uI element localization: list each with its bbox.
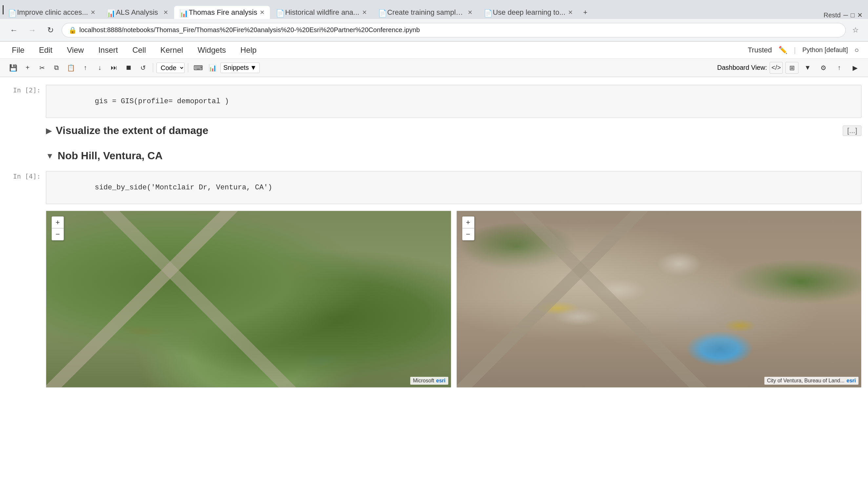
- tab-close-5[interactable]: ✕: [468, 9, 472, 16]
- menu-view[interactable]: View: [64, 44, 87, 56]
- trusted-area: Trusted ✏️ | Python [default] ○: [748, 46, 859, 54]
- menu-help[interactable]: Help: [238, 44, 259, 56]
- move-up-button[interactable]: ↑: [79, 62, 92, 74]
- map-imagery-left: [46, 211, 451, 387]
- forward-button[interactable]: →: [25, 23, 40, 37]
- map-output-prompt: [7, 208, 46, 212]
- section-nob-hill-header[interactable]: ▼ Nob Hill, Ventura, CA: [46, 150, 861, 162]
- toolbar-sep-1: [153, 63, 153, 72]
- section-1-arrow[interactable]: ▶: [46, 126, 52, 135]
- media-btn[interactable]: ▶: [848, 62, 861, 74]
- map-output-body: + − Microsoft esri + − City of Ventura, …: [46, 208, 861, 388]
- maximize-icon[interactable]: □: [850, 11, 855, 19]
- tab-deep-learning[interactable]: 📄 Use deep learning to... ✕: [478, 6, 578, 19]
- toolbar-sep-2: [188, 63, 188, 72]
- menu-kernel[interactable]: Kernel: [158, 44, 186, 56]
- notebook-content: In [2]: gis = GIS(profile= demoportal ) …: [0, 77, 868, 500]
- map-imagery-right: [457, 211, 861, 387]
- step-forward-button[interactable]: ⏭: [108, 62, 121, 74]
- tab-als-analysis[interactable]: 📊 ALS Analysis ✕: [101, 6, 174, 19]
- tab-thomas-fire[interactable]: 📊 Thomas Fire analysis ✕: [174, 6, 270, 19]
- map-widget-right[interactable]: + − City of Ventura, Bureau of Land... e…: [456, 211, 862, 388]
- tab-favicon-6: 📄: [484, 9, 490, 16]
- cell-4-prompt: In [4]:: [7, 171, 46, 182]
- save-button[interactable]: 💾: [7, 62, 20, 74]
- upload-btn[interactable]: ↑: [833, 62, 846, 74]
- tab-close-6[interactable]: ✕: [568, 9, 573, 16]
- snippets-label: Snippets: [223, 64, 249, 71]
- bookmark-star-icon[interactable]: ☆: [850, 24, 861, 36]
- section-1-toggle[interactable]: [...]: [843, 125, 861, 136]
- reload-button[interactable]: ↻: [43, 23, 58, 37]
- map-attribution-text-left: Microsoft: [413, 378, 434, 384]
- code-cell-2-content[interactable]: gis = GIS(profile= demoportal ): [46, 85, 861, 118]
- url-text: localhost:8888/notebooks/Thomas_Fire/Tho…: [79, 26, 420, 34]
- tab-close-3[interactable]: ✕: [260, 9, 265, 16]
- zoom-out-left[interactable]: −: [52, 228, 64, 240]
- section-1-title: Visualize the extent of damage: [56, 125, 208, 137]
- map-zoom-right: + −: [462, 216, 475, 240]
- code-cell-2-body[interactable]: gis = GIS(profile= demoportal ): [46, 85, 861, 118]
- code-cell-4: In [4]: side_by_side('Montclair Dr, Vent…: [0, 170, 868, 205]
- new-tab-button[interactable]: +: [579, 6, 592, 19]
- zoom-in-left[interactable]: +: [52, 217, 64, 228]
- map-output-row: + − Microsoft esri + − City of Ventura, …: [0, 208, 868, 388]
- paste-cell-button[interactable]: 📋: [64, 62, 77, 74]
- zoom-out-right[interactable]: −: [463, 228, 474, 240]
- address-bar-row: ← → ↻ 🔒 localhost:8888/notebooks/Thomas_…: [0, 19, 868, 41]
- code-view-btn[interactable]: </>: [770, 62, 783, 74]
- browser-chrome: 📄 Improve clinic acces... ✕ 📊 ALS Analys…: [0, 0, 868, 42]
- esri-logo-right: esri: [847, 378, 856, 384]
- map-attribution-right: City of Ventura, Bureau of Land... esri: [764, 377, 858, 385]
- minimize-icon[interactable]: ─: [843, 11, 848, 19]
- code-cell-4-content[interactable]: side_by_side('Montclair Dr, Ventura, CA'…: [46, 171, 861, 204]
- section-2-arrow[interactable]: ▼: [46, 151, 54, 161]
- restart-button[interactable]: ↺: [136, 62, 149, 74]
- restore-button[interactable]: Restd: [823, 11, 841, 19]
- menu-insert[interactable]: Insert: [96, 44, 121, 56]
- map-widget-left[interactable]: + − Microsoft esri: [46, 211, 451, 388]
- edit-icon[interactable]: ✏️: [778, 46, 787, 54]
- tab-close-4[interactable]: ✕: [362, 9, 367, 16]
- menu-file[interactable]: File: [9, 44, 27, 56]
- cut-cell-button[interactable]: ✂: [35, 62, 48, 74]
- back-button[interactable]: ←: [7, 23, 21, 37]
- lock-icon: 🔒: [68, 26, 77, 34]
- cell-type-select[interactable]: Code: [156, 62, 185, 73]
- zoom-in-right[interactable]: +: [463, 217, 474, 228]
- copy-cell-button[interactable]: ⧉: [50, 62, 63, 74]
- tab-favicon-4: 📄: [276, 9, 282, 16]
- code-cell-4-body[interactable]: side_by_side('Montclair Dr, Ventura, CA'…: [46, 171, 861, 204]
- settings-btn[interactable]: ⚙: [817, 62, 830, 74]
- tab-close-1[interactable]: ✕: [90, 9, 96, 16]
- code-cell-4-row: In [4]: side_by_side('Montclair Dr, Vent…: [0, 171, 868, 204]
- menu-widgets[interactable]: Widgets: [195, 44, 229, 56]
- menu-edit[interactable]: Edit: [36, 44, 55, 56]
- tab-close-2[interactable]: ✕: [163, 9, 168, 16]
- code-cell-2-row: In [2]: gis = GIS(profile= demoportal ): [0, 85, 868, 118]
- address-bar-icons: ☆: [850, 24, 861, 36]
- kernel-label: Python [default]: [802, 46, 848, 54]
- move-down-button[interactable]: ↓: [93, 62, 106, 74]
- tab-improve-clinic[interactable]: 📄 Improve clinic acces... ✕: [3, 6, 101, 19]
- close-window-icon[interactable]: ✕: [857, 11, 863, 19]
- address-bar[interactable]: 🔒 localhost:8888/notebooks/Thomas_Fire/T…: [62, 23, 846, 37]
- add-cell-button[interactable]: +: [21, 62, 34, 74]
- grid-view-btn[interactable]: ⊞: [786, 62, 799, 74]
- tab-favicon-5: 📄: [378, 9, 385, 16]
- menu-cell[interactable]: Cell: [130, 44, 148, 56]
- tab-favicon-1: 📄: [8, 9, 14, 16]
- section-visualize-header[interactable]: ▶ Visualize the extent of damage [...]: [46, 125, 861, 137]
- snippets-dropdown[interactable]: Snippets ▼: [220, 62, 260, 73]
- keyboard-shortcut-icon[interactable]: ⌨: [191, 62, 204, 74]
- tab-label-3: Thomas Fire analysis: [189, 8, 257, 17]
- grid-down-btn[interactable]: ▼: [801, 62, 814, 74]
- code-text-4: side_by_side('Montclair Dr, Ventura, CA'…: [95, 183, 272, 192]
- code-text-2: gis = GIS(profile= demoportal ): [95, 97, 229, 105]
- tab-label-1: Improve clinic acces...: [17, 8, 88, 17]
- stop-button[interactable]: ⏹: [122, 62, 135, 74]
- bar-chart-icon[interactable]: 📊: [206, 62, 219, 74]
- tab-label-2: ALS Analysis: [116, 8, 161, 17]
- tab-create-training[interactable]: 📄 Create training sample... ✕: [373, 6, 478, 19]
- tab-historical-wildfire[interactable]: 📄 Historical wildfire ana... ✕: [270, 6, 372, 19]
